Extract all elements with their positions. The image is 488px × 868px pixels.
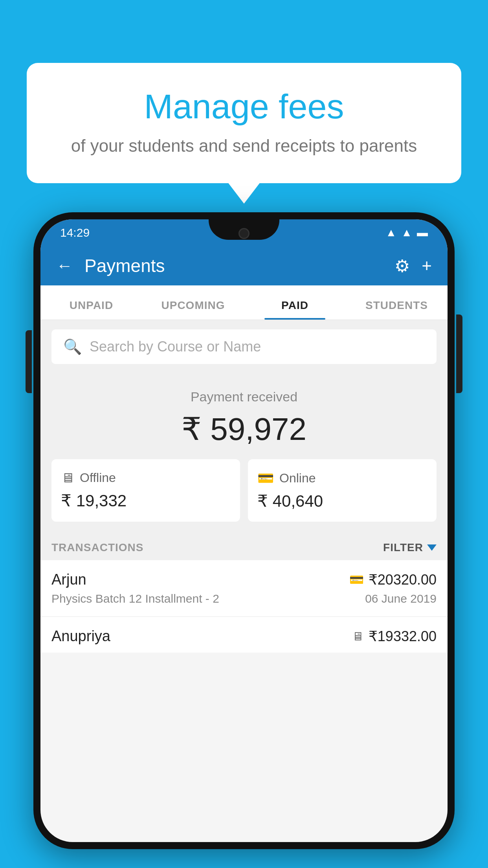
filter-label: FILTER [383, 541, 423, 554]
back-button[interactable]: ← [56, 256, 73, 275]
signal-icon: ▲ [401, 226, 412, 239]
offline-amount: ₹ 19,332 [61, 491, 231, 510]
offline-icon: 🖥 [61, 470, 74, 485]
transaction-list: Arjun 💳 ₹20320.00 Physics Batch 12 Insta… [40, 560, 448, 653]
bubble-title: Manage fees [46, 86, 442, 127]
transaction-name: Anupriya [51, 628, 110, 645]
add-button[interactable]: + [422, 256, 432, 276]
battery-icon: ▬ [417, 226, 428, 239]
tabs-bar: UNPAID UPCOMING PAID STUDENTS [40, 285, 448, 320]
payment-cards-row: 🖥 Offline ₹ 19,332 💳 Online ₹ 40,640 [40, 459, 448, 533]
online-amount: ₹ 40,640 [257, 491, 427, 511]
offline-card: 🖥 Offline ₹ 19,332 [51, 459, 240, 522]
payment-received-label: Payment received [51, 389, 437, 405]
phone-screen: 14:29 ▲ ▲ ▬ ← Payments ⚙ + UNPAID [40, 219, 448, 842]
filter-button[interactable]: FILTER [383, 541, 437, 554]
offline-card-header: 🖥 Offline [61, 470, 231, 485]
online-icon: 💳 [257, 470, 274, 486]
transaction-bottom-row: Physics Batch 12 Installment - 2 06 June… [51, 592, 437, 605]
tab-paid[interactable]: PAID [244, 299, 346, 320]
filter-icon [427, 544, 437, 551]
transaction-top-row: Arjun 💳 ₹20320.00 [51, 571, 437, 588]
header-actions: ⚙ + [394, 256, 432, 276]
tab-upcoming[interactable]: UPCOMING [142, 299, 244, 320]
status-icons: ▲ ▲ ▬ [386, 226, 428, 239]
gear-icon[interactable]: ⚙ [394, 256, 410, 276]
phone-notch [209, 219, 279, 240]
transaction-date: 06 June 2019 [365, 592, 437, 605]
transaction-amount-row: 💳 ₹20320.00 [349, 572, 437, 588]
transaction-item[interactable]: Arjun 💳 ₹20320.00 Physics Batch 12 Insta… [40, 560, 448, 617]
wifi-icon: ▲ [386, 226, 397, 239]
app-header: ← Payments ⚙ + [40, 246, 448, 285]
transaction-amount-row: 🖥 ₹19332.00 [352, 628, 437, 645]
payment-type-icon: 💳 [349, 573, 364, 587]
transaction-item[interactable]: Anupriya 🖥 ₹19332.00 [40, 617, 448, 653]
phone-container: 14:29 ▲ ▲ ▬ ← Payments ⚙ + UNPAID [33, 212, 455, 868]
phone-outer: 14:29 ▲ ▲ ▬ ← Payments ⚙ + UNPAID [33, 212, 455, 849]
payment-received-amount: ₹ 59,972 [51, 411, 437, 447]
online-card-header: 💳 Online [257, 470, 427, 486]
transaction-partial-top: Anupriya 🖥 ₹19332.00 [51, 628, 437, 645]
speech-bubble: Manage fees of your students and send re… [27, 63, 461, 183]
transactions-header: TRANSACTIONS FILTER [40, 533, 448, 560]
online-card: 💳 Online ₹ 40,640 [248, 459, 437, 522]
transaction-name: Arjun [51, 571, 86, 588]
page-title: Payments [84, 255, 383, 276]
offline-label: Offline [80, 471, 116, 485]
transaction-amount: ₹19332.00 [369, 628, 437, 645]
search-bar[interactable]: 🔍 Search by Course or Name [51, 329, 437, 364]
search-container: 🔍 Search by Course or Name [40, 320, 448, 373]
search-icon: 🔍 [63, 338, 82, 355]
online-label: Online [279, 471, 316, 485]
payment-received-section: Payment received ₹ 59,972 [40, 373, 448, 459]
payment-type-icon: 🖥 [352, 630, 364, 643]
search-input[interactable]: Search by Course or Name [90, 338, 261, 355]
front-camera [238, 228, 250, 239]
transactions-label: TRANSACTIONS [51, 541, 143, 554]
transaction-course: Physics Batch 12 Installment - 2 [51, 592, 219, 605]
transaction-amount: ₹20320.00 [369, 572, 437, 588]
tab-unpaid[interactable]: UNPAID [40, 299, 142, 320]
tab-students[interactable]: STUDENTS [346, 299, 448, 320]
status-time: 14:29 [60, 226, 90, 239]
bubble-subtitle: of your students and send receipts to pa… [46, 136, 442, 156]
